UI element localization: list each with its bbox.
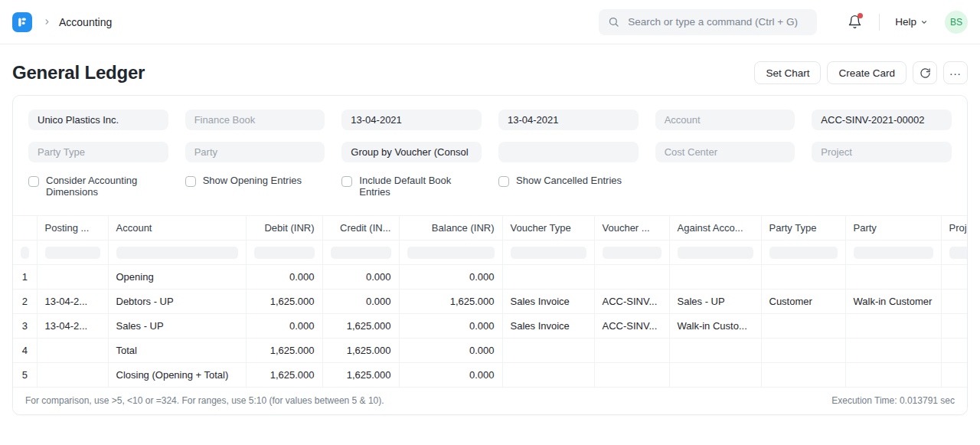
column-filter-input[interactable] <box>678 247 753 259</box>
chevron-down-icon <box>920 18 928 26</box>
menu-button[interactable]: ... <box>943 61 968 84</box>
column-filter-party-type[interactable] <box>761 240 845 265</box>
header-row-index[interactable] <box>13 216 37 240</box>
checkbox-label: Include Default Book Entries <box>359 175 482 198</box>
filter-cost-center[interactable]: Cost Center <box>655 142 795 162</box>
cell-project <box>941 339 967 363</box>
column-filter-input[interactable] <box>407 247 495 259</box>
column-filter-project[interactable] <box>941 240 967 265</box>
cell-voucher-type: Sales Invoice <box>502 314 594 339</box>
cell-credit: 1,625.000 <box>322 363 399 388</box>
filter-from-date[interactable]: 13-04-2021 <box>341 110 482 130</box>
cell-row-index: 4 <box>13 339 37 363</box>
cell-credit: 1,625.000 <box>322 314 399 339</box>
execution-time: Execution Time: 0.013791 sec <box>831 395 955 406</box>
header-debit[interactable]: Debit (INR) <box>246 216 322 240</box>
filter-to-date[interactable]: 13-04-2021 <box>498 110 639 130</box>
cell-debit: 0.000 <box>246 314 322 339</box>
column-filter-input[interactable] <box>331 247 391 259</box>
global-search[interactable] <box>599 9 817 35</box>
cell-voucher-type: Sales Invoice <box>502 290 594 314</box>
column-filter-credit[interactable] <box>322 240 399 265</box>
header-party-type[interactable]: Party Type <box>761 216 845 240</box>
filter-party-type[interactable]: Party Type <box>28 142 168 162</box>
column-filter-input[interactable] <box>116 247 238 259</box>
filter-project[interactable]: Project <box>812 142 952 162</box>
cell-balance: 0.000 <box>399 314 502 339</box>
header-project[interactable]: Proj... <box>941 216 967 240</box>
cell-balance: 0.000 <box>399 363 502 388</box>
column-filter-balance[interactable] <box>399 240 502 265</box>
breadcrumb[interactable]: Accounting <box>59 16 112 28</box>
notifications-bell-icon[interactable] <box>848 15 862 29</box>
checkbox-consider-accounting-dimensions[interactable]: Consider Accounting Dimensions <box>28 175 168 198</box>
checkbox-icon[interactable] <box>498 176 509 187</box>
cell-against-account: Walk-in Custo... <box>669 314 761 339</box>
search-input[interactable] <box>626 15 808 28</box>
avatar[interactable]: BS <box>945 11 968 34</box>
card-footer: For comparison, use >5, <10 or =324. For… <box>13 388 967 414</box>
navbar-divider <box>879 14 880 31</box>
set-chart-button[interactable]: Set Chart <box>754 61 821 84</box>
column-filter-input[interactable] <box>21 247 29 259</box>
column-filter-voucher-no[interactable] <box>594 240 669 265</box>
column-filter-row-index[interactable] <box>13 240 37 265</box>
refresh-button[interactable] <box>913 61 937 84</box>
cell-project <box>941 290 967 314</box>
cell-row-index: 1 <box>13 265 37 290</box>
checkbox-label: Show Opening Entries <box>203 175 302 187</box>
filter-account[interactable]: Account <box>655 110 795 130</box>
column-filter-posting-date[interactable] <box>37 240 108 265</box>
avatar-initials: BS <box>950 17 962 28</box>
header-credit[interactable]: Credit (IN... <box>322 216 399 240</box>
checkbox-icon[interactable] <box>28 176 39 187</box>
cell-voucher-no <box>594 363 669 388</box>
cell-voucher-type <box>502 363 594 388</box>
checkbox-icon[interactable] <box>185 176 196 187</box>
cell-account: Closing (Opening + Total) <box>108 363 246 388</box>
header-voucher-no[interactable]: Voucher ... <box>594 216 669 240</box>
column-filter-input[interactable] <box>949 247 968 259</box>
checkbox-show-opening-entries[interactable]: Show Opening Entries <box>185 175 325 198</box>
cell-posting-date <box>37 265 108 290</box>
header-posting-date[interactable]: Posting ... <box>37 216 108 240</box>
column-filter-party[interactable] <box>845 240 941 265</box>
cell-voucher-no: ACC-SINV... <box>594 290 669 314</box>
cell-party: Walk-in Customer <box>845 290 941 314</box>
filter-group-by[interactable]: Group by Voucher (Consol <box>341 142 482 162</box>
page-title: General Ledger <box>12 62 145 83</box>
checkbox-icon[interactable] <box>341 176 352 187</box>
filter-party[interactable]: Party <box>185 142 325 162</box>
help-menu[interactable]: Help <box>895 16 928 28</box>
column-filter-input[interactable] <box>511 247 586 259</box>
report-table: Posting ...AccountDebit (INR)Credit (IN.… <box>13 216 967 388</box>
cell-voucher-type <box>502 265 594 290</box>
app-logo-icon[interactable] <box>12 12 32 32</box>
filter-voucher-no[interactable]: ACC-SINV-2021-00002 <box>812 110 952 130</box>
header-voucher-type[interactable]: Voucher Type <box>502 216 594 240</box>
column-filter-input[interactable] <box>769 247 838 259</box>
cell-debit: 1,625.000 <box>246 339 322 363</box>
filter-dimension[interactable] <box>498 142 639 162</box>
cell-party-type <box>761 363 845 388</box>
column-filter-account[interactable] <box>108 240 246 265</box>
cell-account: Opening <box>108 265 246 290</box>
column-filter-voucher-type[interactable] <box>502 240 594 265</box>
create-card-button[interactable]: Create Card <box>827 61 906 84</box>
column-filter-input[interactable] <box>854 247 933 259</box>
filter-finance-book[interactable]: Finance Book <box>185 110 325 130</box>
cell-party-type <box>761 314 845 339</box>
filter-company[interactable]: Unico Plastics Inc. <box>28 110 168 130</box>
column-filter-debit[interactable] <box>246 240 322 265</box>
cell-against-account <box>669 363 761 388</box>
header-balance[interactable]: Balance (INR) <box>399 216 502 240</box>
header-party[interactable]: Party <box>845 216 941 240</box>
header-account[interactable]: Account <box>108 216 246 240</box>
column-filter-input[interactable] <box>603 247 662 259</box>
column-filter-input[interactable] <box>254 247 315 259</box>
checkbox-show-cancelled-entries[interactable]: Show Cancelled Entries <box>498 175 639 198</box>
column-filter-against-account[interactable] <box>669 240 761 265</box>
column-filter-input[interactable] <box>45 247 100 259</box>
header-against-account[interactable]: Against Acco... <box>669 216 761 240</box>
checkbox-include-default-book-entries[interactable]: Include Default Book Entries <box>341 175 482 198</box>
